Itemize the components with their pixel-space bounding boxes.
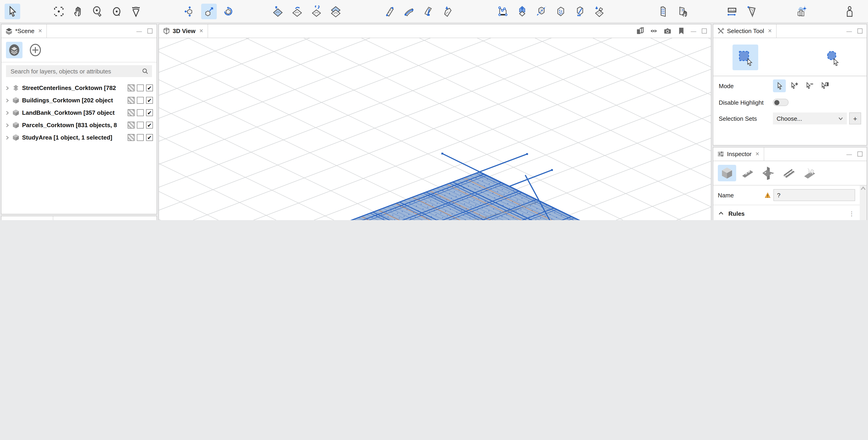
add-selection-set-button[interactable]: + <box>849 113 861 124</box>
type-shape-button[interactable] <box>718 165 736 181</box>
layer-row-landbank[interactable]: LandBank_Corktown [357 object ✔ <box>1 106 157 119</box>
align-shapes-button[interactable] <box>328 3 343 19</box>
layer-row-parcels[interactable]: Parcels_Corktown [831 objects, 8 ✔ <box>1 119 157 131</box>
rectangle-select-button[interactable] <box>733 44 758 70</box>
camera-icon[interactable] <box>663 27 672 35</box>
curve-street-button[interactable] <box>401 3 416 19</box>
tab-selection-tool[interactable]: Selection Tool ✕ <box>713 24 777 38</box>
measure-button[interactable] <box>724 3 740 19</box>
terrain-align-button[interactable] <box>270 3 286 19</box>
user-avatar-button[interactable] <box>842 3 858 19</box>
measure-model-button[interactable] <box>572 3 588 19</box>
layer-row-buildings[interactable]: Buildings_Corktown [202 object ✔ <box>1 94 157 106</box>
type-intersection-button[interactable] <box>759 165 777 181</box>
layer-empty-checkbox[interactable] <box>137 85 144 91</box>
check-icon: ✔ <box>147 110 152 116</box>
create-street-button[interactable] <box>382 3 397 19</box>
type-street-segment-button[interactable] <box>739 165 757 181</box>
layer-view-button[interactable] <box>6 42 23 58</box>
layer-visible-checkbox[interactable]: ✔ <box>146 97 153 104</box>
split-shape-button[interactable] <box>534 3 549 19</box>
tab-navigator[interactable]: Navigator ✕ <box>1 216 53 220</box>
viewshed-button[interactable] <box>744 3 759 19</box>
type-sidewalk-button[interactable] <box>801 165 819 181</box>
mode-new-button[interactable] <box>773 80 786 92</box>
add-layer-button[interactable] <box>27 42 43 58</box>
view3d-maximize-button[interactable] <box>702 28 707 33</box>
layer-visible-checkbox[interactable]: ✔ <box>146 85 153 91</box>
bookmark-icon[interactable] <box>677 27 685 35</box>
cleanup-graph-button[interactable] <box>420 3 436 19</box>
selection-tool-close-icon[interactable]: ✕ <box>768 28 772 34</box>
tab-inspector[interactable]: Inspector ✕ <box>713 147 764 161</box>
layer-partial-checkbox[interactable] <box>128 97 134 104</box>
viewports-icon[interactable] <box>636 27 644 35</box>
tumble-button[interactable] <box>109 3 124 19</box>
zoom-extents-button[interactable] <box>51 3 67 19</box>
inspector-minimize-button[interactable]: — <box>846 151 852 157</box>
view3d-minimize-button[interactable]: — <box>691 28 696 34</box>
texture-shape-button[interactable] <box>553 3 568 19</box>
layer-row-studyarea[interactable]: StudyArea [1 object, 1 selected] ✔ <box>1 131 157 144</box>
select-tool-button[interactable] <box>5 3 20 19</box>
rules-menu-icon[interactable]: ⋮ <box>849 210 855 217</box>
toolgroup-transform <box>182 3 236 19</box>
layer-empty-checkbox[interactable] <box>137 134 144 141</box>
push-pull-button[interactable] <box>515 3 530 19</box>
inspector-scrollbar[interactable] <box>860 185 867 220</box>
mode-remove-button[interactable] <box>803 80 816 92</box>
disable-highlight-toggle[interactable] <box>773 99 788 106</box>
scene-close-icon[interactable]: ✕ <box>38 28 42 34</box>
layer-empty-checkbox[interactable] <box>137 109 144 116</box>
scene-maximize-button[interactable] <box>148 28 153 33</box>
lasso-select-button[interactable] <box>819 44 844 70</box>
scene-header-buttons: — <box>47 24 157 38</box>
layer-visible-checkbox[interactable]: ✔ <box>146 134 153 141</box>
layer-visible-checkbox[interactable]: ✔ <box>146 109 153 116</box>
rotate-button[interactable] <box>220 3 236 19</box>
view3d-header-buttons: — <box>208 24 711 38</box>
eye-icon[interactable] <box>650 27 658 35</box>
selection-tool-maximize-button[interactable] <box>858 28 863 33</box>
layer-partial-checkbox[interactable] <box>128 85 134 91</box>
section-rules[interactable]: Rules ⋮ <box>713 205 860 220</box>
viewport-3d[interactable] <box>159 38 711 220</box>
scene-search-input[interactable] <box>10 67 139 75</box>
inspector-maximize-button[interactable] <box>858 152 863 157</box>
mode-invert-button[interactable] <box>818 80 831 92</box>
terrain-exaggerate-button[interactable] <box>289 3 305 19</box>
move-button[interactable] <box>182 3 197 19</box>
environment-settings-button[interactable] <box>793 3 809 19</box>
touch-up-models-button[interactable] <box>675 3 690 19</box>
tab-scene[interactable]: *Scene ✕ <box>1 24 47 38</box>
scroll-up-icon[interactable] <box>861 186 866 190</box>
navigator-menu-icon[interactable]: ⋮ <box>125 219 131 220</box>
inspector-close-icon[interactable]: ✕ <box>755 151 760 157</box>
view3d-close-icon[interactable]: ✕ <box>199 28 203 34</box>
scene-minimize-button[interactable]: — <box>136 28 142 34</box>
layer-row-streetcenterlines[interactable]: StreetCenterlines_Corktown [782 ✔ <box>1 82 157 94</box>
pan-button[interactable] <box>70 3 86 19</box>
layer-visible-checkbox[interactable]: ✔ <box>146 122 153 129</box>
layer-label: Buildings_Corktown [202 object <box>22 97 124 104</box>
layer-empty-checkbox[interactable] <box>137 122 144 129</box>
tab-3d-view[interactable]: 3D View ✕ <box>159 24 208 38</box>
mode-add-button[interactable] <box>788 80 801 92</box>
navigator-tab-label: Navigator <box>15 219 41 220</box>
selection-sets-dropdown[interactable]: Choose... <box>773 113 847 124</box>
layer-partial-checkbox[interactable] <box>128 122 134 129</box>
selection-tool-minimize-button[interactable]: — <box>846 28 852 34</box>
layer-partial-checkbox[interactable] <box>128 134 134 141</box>
align-shape-button[interactable] <box>591 3 607 19</box>
scale-button[interactable] <box>201 3 217 19</box>
zoom-button[interactable] <box>90 3 105 19</box>
simplify-graph-button[interactable] <box>439 3 455 19</box>
edit-vertices-button[interactable] <box>495 3 511 19</box>
type-street-lanes-button[interactable] <box>780 165 798 181</box>
layer-partial-checkbox[interactable] <box>128 109 134 116</box>
generate-models-button[interactable] <box>655 3 671 19</box>
look-around-button[interactable] <box>128 3 144 19</box>
layer-empty-checkbox[interactable] <box>137 97 144 104</box>
name-field[interactable]: ? <box>773 189 855 201</box>
terrain-reset-button[interactable] <box>309 3 324 19</box>
